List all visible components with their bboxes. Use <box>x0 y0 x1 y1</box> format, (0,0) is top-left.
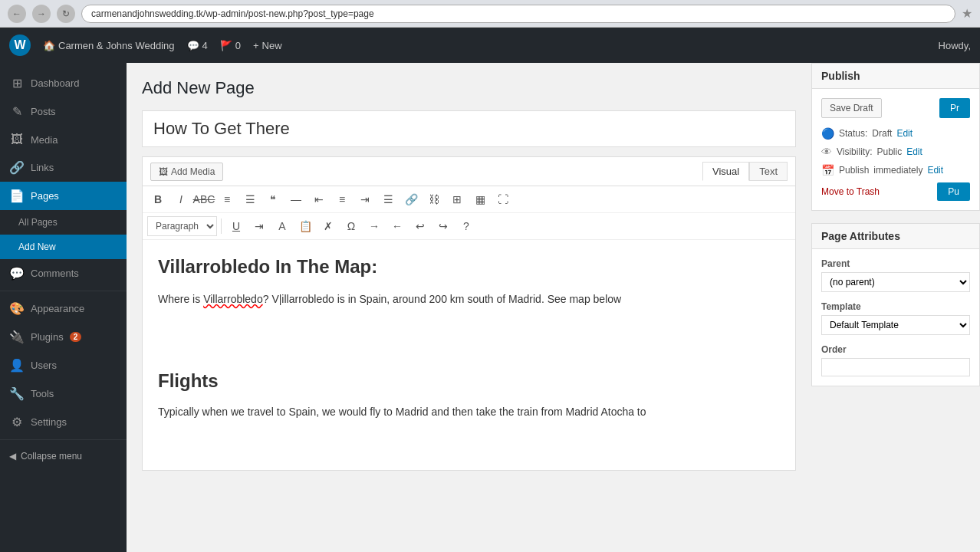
forward-button[interactable]: → <box>32 5 51 23</box>
back-button[interactable]: ← <box>8 5 26 23</box>
media-icon: 🖼 <box>9 133 25 146</box>
toolbar-row-2: Paragraph U ⇥ A 📋 ✗ Ω → ← ↩ ↪ ? <box>143 213 795 240</box>
paste-button[interactable]: 📋 <box>294 216 316 236</box>
align-left-button[interactable]: ⇤ <box>308 189 330 209</box>
messages-link[interactable]: 🚩 0 <box>220 40 241 51</box>
url-bar[interactable]: carmenandjohnswedding.tk/wp-admin/post-n… <box>81 5 955 23</box>
hr-button[interactable]: — <box>285 189 307 209</box>
publish-immediately-value: immediately <box>873 165 922 176</box>
wp-admin-bar: W 🏠 Carmen & Johns Wedding 💬 4 🚩 0 + New… <box>0 28 980 63</box>
sidebar-item-add-new[interactable]: Add New <box>0 235 127 259</box>
comments-icon: 💬 <box>187 40 199 51</box>
comments-link[interactable]: 💬 4 <box>187 40 208 51</box>
sidebar-label-media: Media <box>31 134 58 146</box>
save-draft-button[interactable]: Save Draft <box>821 98 882 118</box>
sidebar-divider <box>0 291 127 291</box>
sidebar-item-all-pages[interactable]: All Pages <box>0 210 127 235</box>
insert-table-button[interactable]: ⊞ <box>446 189 468 209</box>
format-select[interactable]: Paragraph <box>147 216 217 236</box>
sidebar-item-links[interactable]: 🔗 Links <box>0 153 127 182</box>
publish-box-body: Save Draft Pr 🔵 Status: Draft Edit 👁 Vis… <box>812 89 979 210</box>
visibility-edit-link[interactable]: Edit <box>906 146 922 157</box>
collapse-menu-button[interactable]: ◀ Collapse menu <box>0 443 127 469</box>
sidebar-item-users[interactable]: 👤 Users <box>0 351 127 380</box>
add-media-button[interactable]: 🖼 Add Media <box>150 163 223 181</box>
blockquote-button[interactable]: ❝ <box>262 189 284 209</box>
page-attributes-body: Parent (no parent) Template Default Temp… <box>812 249 979 386</box>
fullscreen-button[interactable]: ⛶ <box>492 189 514 209</box>
sidebar-label-users: Users <box>31 360 57 371</box>
comments-sidebar-icon: 💬 <box>9 266 25 281</box>
status-value: Draft <box>872 128 892 139</box>
right-panel: Publish Save Draft Pr 🔵 Status: Draft Ed… <box>811 63 980 552</box>
settings-icon: ⚙ <box>9 415 25 429</box>
align-right-button[interactable]: ⇥ <box>354 189 376 209</box>
sidebar-item-tools[interactable]: 🔧 Tools <box>0 380 127 408</box>
wp-logo[interactable]: W <box>9 34 31 56</box>
publish-edit-link[interactable]: Edit <box>927 165 943 176</box>
template-label: Template <box>821 301 970 312</box>
undo-button[interactable]: ↩ <box>409 216 431 236</box>
parent-label: Parent <box>821 258 970 269</box>
parent-select[interactable]: (no parent) <box>821 272 970 292</box>
text-color-button[interactable]: A <box>271 216 293 236</box>
unlink-button[interactable]: ⛓ <box>423 189 445 209</box>
content-paragraph-1: Where is Villarrobledo? V|illarrobledo i… <box>158 291 780 307</box>
indent-in-button[interactable]: → <box>363 216 385 236</box>
order-input[interactable] <box>821 358 970 376</box>
status-edit-link[interactable]: Edit <box>896 128 913 139</box>
calendar-icon: 📅 <box>821 164 834 176</box>
dashboard-icon: ⊞ <box>9 76 25 90</box>
editor-content[interactable]: Villarrobledo In The Map: Where is Villa… <box>143 240 795 470</box>
template-select[interactable]: Default Template <box>821 315 970 335</box>
site-name-link[interactable]: 🏠 Carmen & Johns Wedding <box>43 40 175 51</box>
tab-visual[interactable]: Visual <box>702 162 749 181</box>
sidebar-label-dashboard: Dashboard <box>31 77 80 89</box>
preview-button[interactable]: Pr <box>939 98 970 118</box>
sidebar-item-dashboard[interactable]: ⊞ Dashboard <box>0 69 127 97</box>
wp-layout: ⊞ Dashboard ✎ Posts 🖼 Media 🔗 Links 📄 Pa… <box>0 63 980 552</box>
villarrobledo-link1: Villarrobledo <box>203 293 263 305</box>
tab-text[interactable]: Text <box>749 162 788 181</box>
rest-of-p: ? V|illarrobledo is in Spain, around 200… <box>263 293 621 305</box>
table2-button[interactable]: ▦ <box>469 189 491 209</box>
publish-button[interactable]: Pu <box>937 182 970 201</box>
sidebar-item-comments[interactable]: 💬 Comments <box>0 259 127 288</box>
visibility-row: 👁 Visibility: Public Edit <box>821 146 970 158</box>
bold-button[interactable]: B <box>147 189 169 209</box>
italic-button[interactable]: I <box>170 189 192 209</box>
visibility-value: Public <box>876 146 902 157</box>
publish-box-header: Publish <box>812 64 979 89</box>
align-center-button[interactable]: ≡ <box>331 189 353 209</box>
special-chars-button[interactable]: Ω <box>340 216 362 236</box>
ul-list-button[interactable]: ≡ <box>216 189 238 209</box>
sidebar-label-pages: Pages <box>31 190 59 202</box>
strikethrough-button[interactable]: ABC <box>193 189 215 209</box>
align-justify-button[interactable]: ☰ <box>377 189 399 209</box>
clear-format-button[interactable]: ✗ <box>317 216 339 236</box>
sidebar-item-posts[interactable]: ✎ Posts <box>0 97 127 126</box>
sidebar-item-media[interactable]: 🖼 Media <box>0 126 127 153</box>
sidebar-item-pages[interactable]: 📄 Pages <box>0 182 127 210</box>
publish-when-label: Publish <box>839 165 869 176</box>
links-icon: 🔗 <box>9 160 25 175</box>
new-content-link[interactable]: + New <box>253 40 282 51</box>
editor-spacer <box>158 320 780 366</box>
sidebar-item-appearance[interactable]: 🎨 Appearance <box>0 294 127 323</box>
messages-icon: 🚩 <box>220 40 232 51</box>
sidebar-item-plugins[interactable]: 🔌 Plugins 2 <box>0 323 127 351</box>
move-to-trash-link[interactable]: Move to Trash <box>821 186 880 197</box>
content-paragraph-2: Typically when we travel to Spain, we wo… <box>158 403 780 420</box>
indent-button[interactable]: ⇥ <box>248 216 270 236</box>
refresh-button[interactable]: ↻ <box>57 5 75 23</box>
help-button[interactable]: ? <box>455 216 477 236</box>
indent-out-button[interactable]: ← <box>386 216 408 236</box>
ol-list-button[interactable]: ☰ <box>239 189 261 209</box>
redo-button[interactable]: ↪ <box>432 216 454 236</box>
page-title-input[interactable] <box>142 110 796 147</box>
sidebar-item-settings[interactable]: ⚙ Settings <box>0 408 127 436</box>
bookmark-icon[interactable]: ★ <box>962 6 972 21</box>
link-button[interactable]: 🔗 <box>400 189 422 209</box>
underline-button[interactable]: U <box>225 216 247 236</box>
content-heading-1: Villarrobledo In The Map: <box>158 252 780 281</box>
